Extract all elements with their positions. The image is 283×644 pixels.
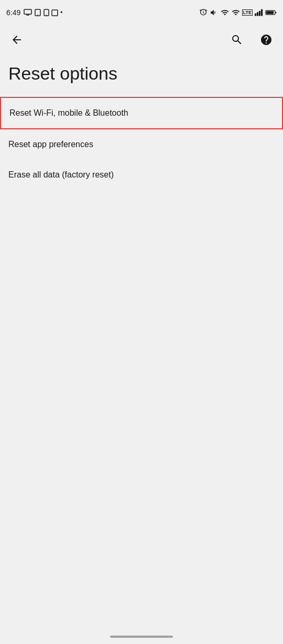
- battery-icon: [265, 9, 277, 16]
- phone-icon: [43, 9, 49, 16]
- erase-data-label: Erase all data (factory reset): [8, 170, 114, 180]
- signal-icon: [255, 9, 263, 16]
- page-title: Reset options: [8, 63, 275, 84]
- search-button[interactable]: [224, 27, 249, 52]
- monitor-icon: [24, 9, 32, 16]
- svg-rect-6: [52, 10, 58, 16]
- status-bar-right: LTE: [199, 8, 277, 17]
- reset-app-item[interactable]: Reset app preferences: [0, 129, 283, 160]
- reset-wifi-item[interactable]: Reset Wi-Fi, mobile & Bluetooth: [0, 97, 283, 129]
- volume-icon: [210, 8, 218, 17]
- wifi-icon: [232, 8, 240, 17]
- lte-badge: LTE: [242, 9, 253, 16]
- reset-app-label: Reset app preferences: [8, 140, 93, 149]
- status-time: 6:49: [6, 8, 20, 17]
- svg-rect-12: [275, 12, 276, 13]
- square-icon: [51, 9, 58, 16]
- action-bar-left: [4, 27, 29, 52]
- status-icons-left: •: [24, 9, 62, 16]
- search-icon: [231, 34, 243, 46]
- network-icon: [220, 8, 230, 17]
- svg-point-3: [37, 14, 38, 15]
- status-bar: 6:49 •: [0, 0, 283, 25]
- help-button[interactable]: [254, 27, 279, 52]
- svg-rect-7: [255, 14, 256, 16]
- svg-rect-9: [259, 11, 260, 16]
- status-bar-left: 6:49 •: [6, 8, 62, 17]
- action-bar-right: [224, 27, 279, 52]
- tablet-icon: [34, 9, 41, 16]
- svg-rect-13: [266, 11, 274, 14]
- svg-rect-8: [257, 12, 258, 16]
- svg-point-5: [46, 15, 47, 15]
- alarm-icon: [199, 8, 208, 17]
- page-title-section: Reset options: [0, 54, 283, 97]
- back-button[interactable]: [4, 27, 29, 52]
- action-bar: [0, 25, 283, 54]
- menu-list: Reset Wi-Fi, mobile & Bluetooth Reset ap…: [0, 97, 283, 190]
- svg-rect-1: [26, 15, 29, 16]
- help-icon: [260, 34, 273, 46]
- svg-rect-10: [261, 9, 263, 16]
- reset-wifi-label: Reset Wi-Fi, mobile & Bluetooth: [9, 108, 128, 118]
- back-icon: [10, 34, 23, 46]
- dot-icon: •: [60, 9, 62, 16]
- svg-rect-0: [24, 9, 31, 14]
- erase-data-item[interactable]: Erase all data (factory reset): [0, 160, 283, 190]
- bottom-nav-indicator: [110, 636, 173, 638]
